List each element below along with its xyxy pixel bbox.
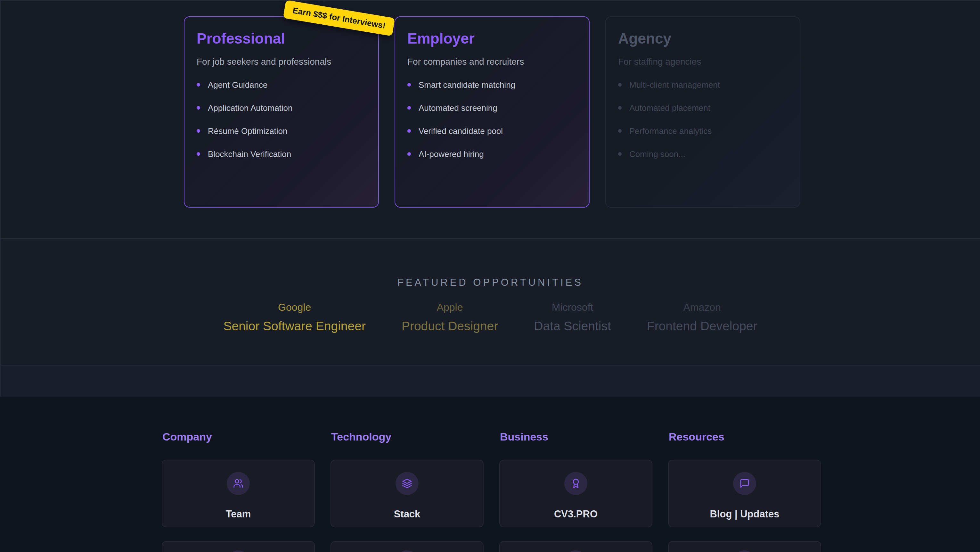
circle-icon <box>227 550 250 552</box>
plan-feature-label: Résumé Optimization <box>208 126 288 137</box>
plan-feature-label: Application Automation <box>208 102 293 113</box>
plan-feature-label: Agent Guidance <box>208 80 267 90</box>
featured-opportunities-section: FEATURED OPPORTUNITIES Google Senior Sof… <box>0 239 980 366</box>
footer-column-heading: Business <box>500 431 652 443</box>
footer-card-partial[interactable] <box>162 541 315 552</box>
plan-feature-label: AI-powered hiring <box>418 148 484 160</box>
footer-column-heading: Resources <box>669 431 821 443</box>
plan-feature-label: Performance analytics <box>629 126 712 137</box>
bullet-icon <box>618 106 622 110</box>
section-divider-band <box>0 366 980 397</box>
featured-company: Google <box>223 301 366 313</box>
plan-feature: Performance analytics <box>618 126 788 137</box>
footer-card-stack[interactable]: Stack <box>331 460 484 527</box>
footer-card-partial[interactable] <box>668 541 821 552</box>
layers-icon <box>396 472 418 495</box>
footer-card-partial[interactable] <box>499 541 652 552</box>
featured-job-title: Frontend Developer <box>647 319 757 334</box>
plan-feature: Agent Guidance <box>197 80 366 90</box>
footer-card-label: Blog | Updates <box>710 509 779 520</box>
footer-column-company: Company Team <box>162 431 315 552</box>
message-icon <box>733 472 756 495</box>
featured-item-google[interactable]: Google Senior Software Engineer <box>223 301 366 333</box>
plan-card-professional[interactable]: Professional For job seekers and profess… <box>184 16 379 207</box>
plan-title: Agency <box>618 30 788 48</box>
footer-card-cv3pro[interactable]: CV3.PRO <box>499 460 652 527</box>
plan-feature-label: Smart candidate matching <box>418 80 515 90</box>
plan-feature-label: Coming soon... <box>629 148 686 160</box>
plan-feature: Blockchain Verification <box>197 148 366 160</box>
plan-feature-list: Smart candidate matching Automated scree… <box>407 80 577 160</box>
plan-subtitle: For companies and recruiters <box>407 56 577 68</box>
plan-feature: Application Automation <box>197 102 366 113</box>
footer-column-heading: Technology <box>331 431 484 443</box>
footer-column-resources: Resources Blog | Updates <box>668 431 821 552</box>
featured-item-apple[interactable]: Apple Product Designer <box>402 301 498 333</box>
plan-title: Professional <box>197 30 366 48</box>
footer-column-technology: Technology Stack <box>331 431 484 552</box>
footer-column-business: Business CV3.PRO <box>499 431 652 552</box>
plan-feature: Coming soon... <box>618 148 788 160</box>
bullet-icon <box>197 83 200 86</box>
bullet-icon <box>407 83 411 86</box>
plan-feature-label: Automated placement <box>629 102 710 113</box>
bullet-icon <box>197 129 200 132</box>
bullet-icon <box>618 83 622 86</box>
footer-column-heading: Company <box>162 431 315 443</box>
bullet-icon <box>407 129 411 132</box>
bullet-icon <box>197 106 200 110</box>
landing-page: Professional For job seekers and profess… <box>0 0 980 552</box>
plans-section: Professional For job seekers and profess… <box>0 0 980 239</box>
plan-feature-label: Automated screening <box>418 102 497 113</box>
plan-feature: Multi-client management <box>618 80 788 90</box>
plan-feature: Smart candidate matching <box>407 80 577 90</box>
plan-feature: Résumé Optimization <box>197 126 366 137</box>
featured-item-amazon[interactable]: Amazon Frontend Developer <box>647 301 757 333</box>
footer-card-label: Team <box>226 509 251 520</box>
bullet-icon <box>407 152 411 156</box>
featured-company: Amazon <box>647 301 757 313</box>
circle-icon <box>733 550 756 552</box>
plan-card-agency: Agency For staffing agencies Multi-clien… <box>605 16 800 207</box>
users-icon <box>227 472 250 495</box>
featured-heading: FEATURED OPPORTUNITIES <box>1 276 980 288</box>
plan-feature-label: Blockchain Verification <box>208 148 291 160</box>
footer-card-label: CV3.PRO <box>554 509 598 520</box>
featured-items-row: Google Senior Software Engineer Apple Pr… <box>1 301 980 333</box>
featured-job-title: Data Scientist <box>534 319 611 334</box>
featured-company: Apple <box>402 301 498 313</box>
plan-subtitle: For staffing agencies <box>618 56 788 68</box>
award-icon <box>564 472 587 495</box>
plan-feature: Automated screening <box>407 102 577 113</box>
bullet-icon <box>618 152 622 156</box>
plan-subtitle: For job seekers and professionals <box>197 56 366 68</box>
plan-feature: Automated placement <box>618 102 788 113</box>
footer-card-partial[interactable] <box>331 541 484 552</box>
plans-row: Professional For job seekers and profess… <box>184 16 800 207</box>
plan-feature-label: Multi-client management <box>629 80 720 90</box>
featured-company: Microsoft <box>534 301 611 313</box>
circle-icon <box>396 550 418 552</box>
footer-card-team[interactable]: Team <box>162 460 315 527</box>
footer-card-blog[interactable]: Blog | Updates <box>668 460 821 527</box>
bullet-icon <box>618 129 622 132</box>
featured-item-microsoft[interactable]: Microsoft Data Scientist <box>534 301 611 333</box>
plan-title: Employer <box>407 30 577 48</box>
featured-job-title: Senior Software Engineer <box>223 319 366 334</box>
featured-job-title: Product Designer <box>402 319 498 334</box>
bullet-icon <box>407 106 411 110</box>
footer-grid: Company Team Technology <box>162 431 980 552</box>
site-footer: Company Team Technology <box>0 397 980 552</box>
plan-feature: Verified candidate pool <box>407 126 577 137</box>
bullet-icon <box>197 152 200 156</box>
plan-feature-list: Multi-client management Automated placem… <box>618 80 788 160</box>
plan-card-employer[interactable]: Employer For companies and recruiters Sm… <box>395 16 590 207</box>
plan-feature-label: Verified candidate pool <box>418 126 503 137</box>
circle-icon <box>564 550 587 552</box>
footer-card-label: Stack <box>394 509 420 520</box>
plan-feature-list: Agent Guidance Application Automation Ré… <box>197 80 366 160</box>
plan-feature: AI-powered hiring <box>407 148 577 160</box>
